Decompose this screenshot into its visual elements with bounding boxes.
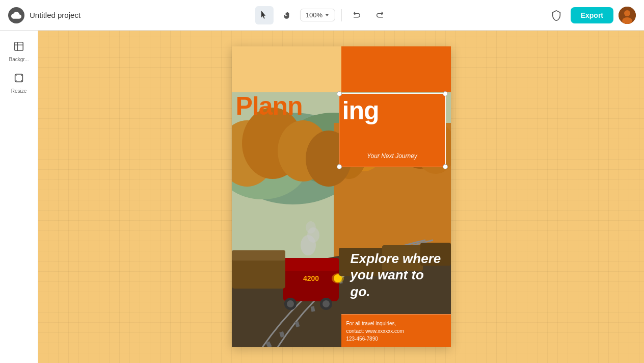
- topbar-center: 100%: [255, 6, 389, 24]
- planning-selected-box[interactable]: ing Your Next Journey: [339, 93, 446, 167]
- svg-line-21: [297, 322, 298, 327]
- contact-line1: For all travel inquiries,: [346, 320, 446, 327]
- divider: [341, 9, 342, 21]
- svg-rect-25: [283, 266, 339, 301]
- contact-line2: contact: www.xxxxxx.com: [346, 327, 446, 335]
- redo-button[interactable]: [370, 6, 389, 24]
- svg-text:4200: 4200: [303, 274, 319, 282]
- main-layout: Backgr... Resize: [0, 31, 644, 363]
- subtitle-text: Your Next Journey: [339, 152, 445, 160]
- zoom-control[interactable]: 100%: [300, 9, 335, 21]
- handle-bottom-left[interactable]: [337, 164, 342, 169]
- sidebar-item-background[interactable]: Backgr...: [4, 37, 34, 66]
- svg-point-1: [624, 10, 630, 16]
- svg-point-28: [287, 300, 294, 307]
- design-card: 4200 Plann: [232, 46, 451, 347]
- svg-line-22: [312, 306, 313, 312]
- select-tool-button[interactable]: [255, 6, 274, 24]
- shield-button[interactable]: [547, 6, 566, 24]
- handle-top-right[interactable]: [443, 91, 448, 96]
- background-icon: [13, 41, 24, 55]
- planning-text-right: ing: [342, 98, 379, 123]
- avatar[interactable]: [619, 7, 636, 24]
- app-icon: [8, 7, 24, 23]
- undo-button[interactable]: [348, 6, 366, 24]
- sidebar-item-resize[interactable]: Resize: [4, 68, 34, 98]
- canvas-area[interactable]: 4200 Plann: [38, 31, 644, 363]
- resize-icon: [13, 72, 24, 86]
- zoom-value: 100%: [306, 11, 323, 19]
- contact-line3: 123-456-7890: [346, 335, 446, 343]
- svg-rect-3: [15, 42, 23, 51]
- svg-rect-35: [232, 250, 285, 261]
- export-button[interactable]: Export: [571, 7, 613, 23]
- hand-tool-button[interactable]: [278, 6, 296, 24]
- handle-top-left[interactable]: [337, 91, 342, 96]
- background-label: Backgr...: [9, 57, 29, 62]
- explore-text: Explore where you want to go.: [346, 246, 448, 304]
- contact-bar: For all travel inquiries, contact: www.x…: [341, 314, 451, 347]
- svg-point-30: [323, 300, 330, 307]
- svg-point-38: [306, 221, 316, 234]
- sidebar: Backgr... Resize: [0, 31, 38, 363]
- topbar: Untitled project 100%: [0, 0, 644, 31]
- svg-line-19: [267, 342, 270, 347]
- svg-rect-26: [283, 258, 339, 271]
- planning-text-left: Plann: [236, 93, 303, 119]
- svg-line-20: [281, 332, 283, 337]
- project-title: Untitled project: [30, 11, 81, 19]
- handle-bottom-right[interactable]: [443, 164, 448, 169]
- resize-label: Resize: [11, 88, 27, 94]
